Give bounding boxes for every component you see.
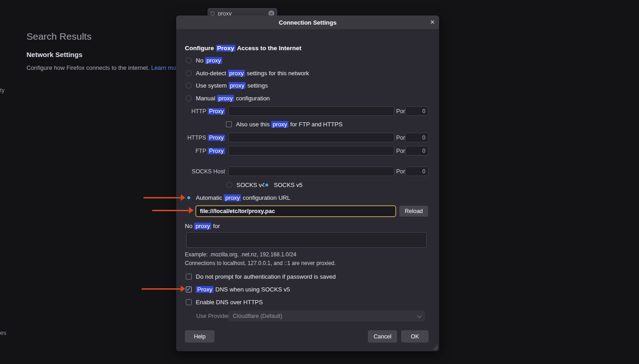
use-provider-label: Use Provider (196, 313, 229, 319)
label-pre: Auto-detect (196, 70, 228, 77)
label-pre: Also use this (236, 121, 271, 128)
close-icon[interactable]: ✕ (430, 16, 435, 29)
search-icon (210, 11, 215, 16)
ftp-proxy-input[interactable] (228, 146, 394, 156)
option-label: Manual proxy configuration (196, 95, 270, 102)
checkbox-label: Proxy DNS when using SOCKS v5 (196, 286, 290, 293)
socks-host-input[interactable] (228, 166, 394, 176)
label-highlight: proxy (205, 57, 222, 64)
radio-icon[interactable] (186, 70, 192, 76)
auto-proxy-url-input[interactable] (195, 205, 396, 217)
heading-pre: Configure (185, 45, 216, 52)
radio-option-manual-proxy[interactable]: Manual proxy configuration (186, 94, 270, 102)
option-label: Use system proxy settings (196, 82, 268, 89)
provider-value: Cloudflare (Default) (233, 313, 282, 319)
label-highlight: proxy (228, 70, 245, 77)
also-use-proxy-checkbox-row[interactable]: Also use this proxy for FTP and HTTPS (226, 120, 342, 128)
heading-post: Access to the Internet (236, 45, 301, 52)
provider-select[interactable]: Cloudflare (Default) (228, 311, 425, 322)
dialog-heading: Configure Proxy Access to the Internet (185, 45, 301, 52)
annotation-arrow-proxy-dns (141, 286, 185, 292)
label-highlight: Proxy (208, 108, 225, 114)
radio-icon-selected[interactable] (264, 182, 270, 188)
radio-icon-selected[interactable] (186, 195, 192, 201)
cancel-button[interactable]: Cancel (368, 330, 397, 343)
https-port-input[interactable] (405, 133, 429, 142)
socks-host-label: SOCKS Host (185, 168, 225, 175)
chevron-down-icon (417, 313, 422, 318)
no-proxy-for-label: No proxy for (185, 223, 220, 229)
https-proxy-input[interactable] (228, 133, 394, 142)
auth-prompt-checkbox-row[interactable]: Do not prompt for authentication if pass… (186, 273, 335, 280)
ftp-port-input[interactable] (405, 146, 429, 156)
label-pre: HTTPS (188, 135, 208, 141)
label-highlight: Proxy (196, 286, 214, 293)
label-post: configuration (234, 95, 270, 102)
checkbox-icon[interactable] (186, 274, 192, 280)
radio-icon[interactable] (226, 182, 232, 188)
label-highlight: proxy (224, 194, 241, 201)
heading-highlight: Proxy (216, 45, 236, 52)
localhost-note: Connections to localhost, 127.0.0.1, and… (185, 260, 336, 266)
socks-v4-radio-row[interactable]: SOCKS v4 (226, 181, 265, 188)
http-port-input[interactable] (405, 106, 429, 116)
sidebar-fragment-top: ty (0, 87, 5, 94)
radio-icon[interactable] (186, 83, 192, 88)
doh-checkbox-row[interactable]: Enable DNS over HTTPS (186, 298, 263, 306)
http-proxy-label: HTTP Proxy (185, 108, 225, 114)
label-pre: Use system (196, 82, 229, 89)
sidebar-fragment-bottom: es (0, 329, 6, 336)
resize-grip[interactable] (432, 344, 438, 350)
label-pre: No (196, 57, 205, 64)
radio-icon[interactable] (186, 95, 192, 101)
reload-button[interactable]: Reload (399, 206, 428, 217)
checkbox-label: Do not prompt for authentication if pass… (196, 273, 335, 280)
example-note: Example: .mozilla.org, .net.nz, 192.168.… (185, 251, 296, 258)
label-post: configuration URL (241, 194, 290, 201)
label-highlight: proxy (217, 95, 234, 102)
checkbox-label: Enable DNS over HTTPS (196, 299, 263, 306)
annotation-arrow-url-field (152, 207, 194, 214)
page-title: Search Results (26, 31, 91, 42)
description-text: Configure how Firefox connects to the in… (26, 64, 151, 71)
label-highlight: proxy (229, 82, 246, 89)
checkbox-icon[interactable] (186, 299, 192, 305)
help-button[interactable]: Help (185, 330, 215, 343)
radio-option-auto-url[interactable]: Automatic proxy configuration URL (186, 194, 290, 201)
checkbox-label: Also use this proxy for FTP and HTTPS (236, 121, 342, 128)
label-post: DNS when using SOCKS v5 (214, 286, 290, 293)
label-post: for (211, 223, 220, 229)
checkbox-checked-icon[interactable]: ✓ (186, 286, 192, 292)
label-post: for FTP and HTTPS (288, 121, 342, 128)
http-proxy-input[interactable] (228, 106, 394, 116)
label-pre: HTTP (191, 108, 208, 114)
label-highlight: proxy (271, 121, 288, 128)
radio-icon[interactable] (186, 57, 192, 63)
label-pre: Manual (196, 95, 217, 102)
checkbox-icon[interactable] (226, 121, 232, 127)
ok-button[interactable]: OK (401, 330, 429, 343)
connection-settings-dialog: Connection Settings ✕ Configure Proxy Ac… (176, 16, 439, 351)
option-label: No proxy (196, 57, 222, 64)
radio-option-system-proxy[interactable]: Use system proxy settings (186, 82, 268, 89)
learn-more-link[interactable]: Learn mor (151, 64, 178, 71)
radio-option-no-proxy[interactable]: No proxy (186, 57, 222, 64)
https-proxy-label: HTTPS Proxy (185, 135, 225, 141)
dialog-title: Connection Settings (279, 19, 336, 26)
option-label: Automatic proxy configuration URL (196, 194, 290, 201)
label-highlight: Proxy (208, 148, 225, 154)
label-pre: No (185, 223, 194, 229)
radio-option-autodetect[interactable]: Auto-detect proxy settings for this netw… (186, 69, 309, 77)
socks-v5-label: SOCKS v5 (274, 182, 303, 188)
label-highlight: Proxy (208, 135, 225, 141)
dialog-header: Connection Settings ✕ (176, 16, 439, 29)
label-pre: FTP (195, 148, 208, 154)
socks-v5-radio-row[interactable]: SOCKS v5 (264, 181, 303, 188)
label-post: settings (246, 82, 267, 89)
label-pre: Automatic (196, 194, 224, 201)
proxy-dns-checkbox-row[interactable]: ✓ Proxy DNS when using SOCKS v5 (186, 286, 290, 293)
no-proxy-for-textarea[interactable] (186, 232, 427, 248)
socks-port-input[interactable] (405, 166, 429, 176)
label-highlight: proxy (194, 223, 211, 229)
ftp-proxy-label: FTP Proxy (185, 148, 225, 154)
